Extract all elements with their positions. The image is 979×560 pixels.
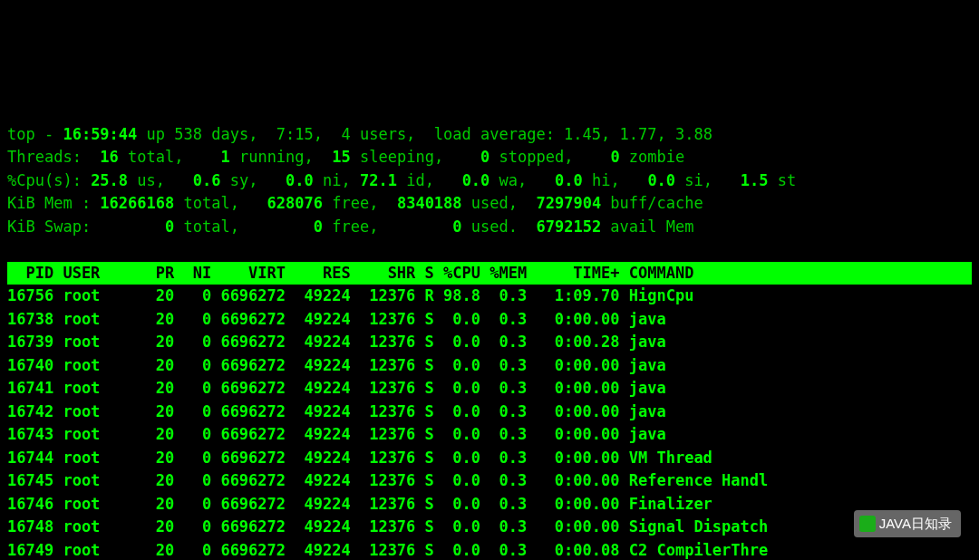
summary-line-2: Threads: 16 total, 1 running, 15 sleepin…: [7, 148, 684, 166]
process-table-header: PID USER PR NI VIRT RES SHR S %CPU %MEM …: [7, 262, 972, 285]
process-row: 16743 root 20 0 6696272 49224 12376 S 0.…: [7, 423, 972, 447]
summary-line-1: top - 16:59:44 up 538 days, 7:15, 4 user…: [7, 125, 712, 143]
process-row: 16740 root 20 0 6696272 49224 12376 S 0.…: [7, 354, 972, 378]
process-row: 16749 root 20 0 6696272 49224 12376 S 0.…: [7, 539, 972, 561]
process-row: 16742 root 20 0 6696272 49224 12376 S 0.…: [7, 401, 972, 424]
summary-line-4: KiB Mem : 16266168 total, 628076 free, 8…: [7, 194, 703, 212]
process-row: 16745 root 20 0 6696272 49224 12376 S 0.…: [7, 469, 972, 493]
watermark-text: JAVA日知录: [879, 516, 952, 531]
process-row: 16756 root 20 0 6696272 49224 12376 R 98…: [7, 285, 972, 308]
process-row: 16744 root 20 0 6696272 49224 12376 S 0.…: [7, 447, 972, 470]
terminal-output: top - 16:59:44 up 538 days, 7:15, 4 user…: [7, 100, 972, 560]
summary-line-5: KiB Swap: 0 total, 0 free, 0 used. 67921…: [7, 217, 693, 236]
summary-line-3: %Cpu(s): 25.8 us, 0.6 sy, 0.0 ni, 72.1 i…: [7, 171, 796, 189]
process-row: 16741 root 20 0 6696272 49224 12376 S 0.…: [7, 377, 972, 401]
process-table-body: 16756 root 20 0 6696272 49224 12376 R 98…: [7, 285, 972, 560]
process-row: 16739 root 20 0 6696272 49224 12376 S 0.…: [7, 331, 972, 354]
process-row: 16746 root 20 0 6696272 49224 12376 S 0.…: [7, 493, 972, 517]
process-row: 16748 root 20 0 6696272 49224 12376 S 0.…: [7, 516, 972, 539]
process-row: 16738 root 20 0 6696272 49224 12376 S 0.…: [7, 308, 972, 332]
watermark-badge: JAVA日知录: [854, 510, 961, 538]
